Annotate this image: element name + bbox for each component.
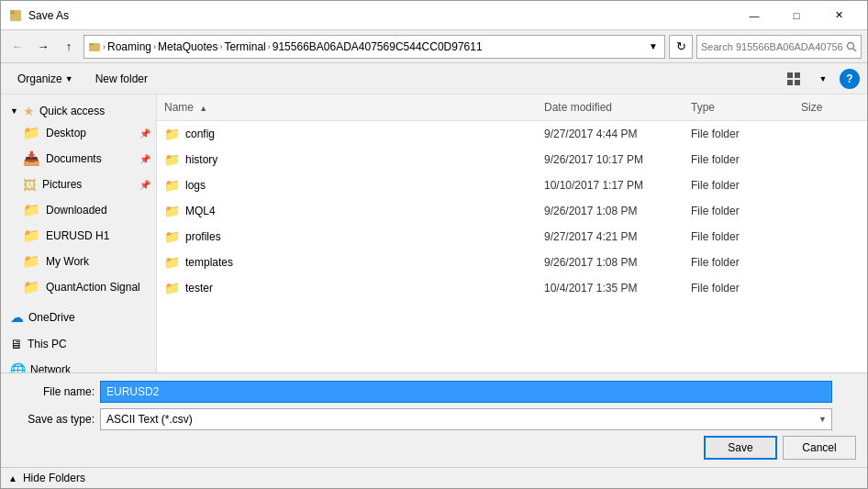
svg-rect-6 [787, 72, 793, 78]
address-segment-1: Roaming [107, 40, 151, 53]
file-date: 9/26/2017 1:08 PM [537, 205, 684, 217]
this-pc-header[interactable]: 🖥 This PC [1, 331, 156, 353]
search-input[interactable] [701, 41, 842, 52]
sidebar-item-quantaction[interactable]: 📁 QuantAction Signal [1, 274, 156, 300]
help-button[interactable]: ? [840, 69, 860, 89]
onedrive-header[interactable]: ☁ OneDrive [1, 304, 156, 328]
sidebar-item-documents[interactable]: 📥 Documents 📌 [1, 146, 156, 172]
file-name: config [185, 128, 215, 140]
pin-icon: 📌 [139, 128, 150, 139]
save-button[interactable]: Save [704, 436, 777, 460]
file-name: logs [185, 179, 206, 192]
file-name-cell: 📁 tester [157, 281, 537, 295]
filename-row: File name: [12, 381, 856, 403]
new-folder-button[interactable]: New folder [86, 67, 157, 91]
col-header-type[interactable]: Type [684, 98, 794, 117]
collapse-icon: ▼ [10, 106, 18, 116]
file-type: File folder [684, 256, 794, 269]
network-header[interactable]: 🌐 Network [1, 357, 156, 372]
file-type: File folder [684, 230, 794, 243]
col-header-name[interactable]: Name ▲ [157, 98, 537, 117]
filetype-select[interactable]: ASCII Text (*.csv) [100, 408, 832, 430]
file-name: MQL4 [185, 205, 216, 217]
file-name: profiles [185, 230, 221, 243]
sidebar-item-eurusd[interactable]: 📁 EURUSD H1 [1, 223, 156, 249]
title-bar: Save As — □ ✕ [1, 1, 867, 30]
file-name-cell: 📁 MQL4 [157, 204, 537, 218]
address-segment-0 [88, 40, 101, 53]
file-date: 9/27/2017 4:21 PM [537, 230, 684, 243]
sidebar-item-downloaded[interactable]: 📁 Downloaded [1, 197, 156, 223]
file-name-cell: 📁 templates [157, 255, 537, 270]
forward-button[interactable]: → [32, 36, 54, 58]
folder-icon: 📁 [23, 228, 40, 244]
this-pc-section: 🖥 This PC [1, 331, 156, 353]
pin-icon: 📌 [139, 180, 150, 190]
folder-icon: 📁 [23, 279, 40, 295]
file-type: File folder [684, 205, 794, 217]
view-button[interactable] [781, 67, 807, 91]
collapse-left-icon: ▲ [8, 473, 17, 483]
folder-icon: 📁 [23, 202, 40, 218]
table-row[interactable]: 📁 templates 9/26/2017 1:08 PM File folde… [157, 250, 867, 275]
cancel-button[interactable]: Cancel [783, 436, 856, 460]
sidebar-item-label: EURUSD H1 [46, 229, 109, 242]
onedrive-section: ☁ OneDrive [1, 304, 156, 328]
table-row[interactable]: 📁 config 9/27/2017 4:44 PM File folder [157, 121, 867, 147]
onedrive-label: OneDrive [28, 311, 75, 324]
sidebar-item-label: My Work [46, 255, 89, 268]
table-row[interactable]: 📁 MQL4 9/26/2017 1:08 PM File folder [157, 198, 867, 224]
refresh-button[interactable]: ↻ [669, 35, 693, 59]
sidebar-item-label: Pictures [42, 178, 82, 191]
folder-icon: 📁 [23, 125, 40, 141]
table-row[interactable]: 📁 history 9/26/2017 10:17 PM File folder [157, 147, 867, 172]
filename-input[interactable] [100, 381, 832, 403]
back-button[interactable]: ← [6, 36, 28, 58]
file-type: File folder [684, 282, 794, 295]
col-header-size[interactable]: Size [794, 98, 867, 117]
sidebar-item-label: Desktop [46, 127, 86, 139]
folder-icon: 📁 [164, 127, 180, 141]
sort-icon: ▲ [199, 104, 207, 113]
file-name-cell: 📁 profiles [157, 229, 537, 244]
up-button[interactable]: ↑ [58, 36, 80, 58]
folder-nav-icon [88, 40, 101, 53]
organize-button[interactable]: Organize ▼ [8, 67, 83, 91]
address-bar[interactable]: › Roaming › MetaQuotes › Terminal › 9155… [83, 35, 665, 59]
close-button[interactable]: ✕ [818, 2, 860, 29]
sidebar-item-my-work[interactable]: 📁 My Work [1, 249, 156, 274]
table-row[interactable]: 📁 tester 10/4/2017 1:35 PM File folder [157, 275, 867, 301]
table-row[interactable]: 📁 profiles 9/27/2017 4:21 PM File folder [157, 224, 867, 250]
file-name-cell: 📁 logs [157, 178, 537, 193]
save-as-dialog: Save As — □ ✕ ← → ↑ › Roaming › MetaQuot… [0, 0, 868, 489]
sidebar-item-label: Downloaded [46, 204, 107, 217]
filename-label: File name: [12, 385, 95, 398]
svg-rect-7 [795, 72, 800, 78]
svg-line-5 [853, 49, 856, 51]
folder-icon: 📥 [23, 150, 40, 167]
quick-access-header[interactable]: ▼ ★ Quick access [1, 98, 156, 120]
sidebar-item-desktop[interactable]: 📁 Desktop 📌 [1, 120, 156, 146]
filetype-row: Save as type: ASCII Text (*.csv) ▼ [12, 408, 856, 430]
svg-point-4 [848, 42, 854, 49]
button-row: Save Cancel [12, 436, 856, 460]
filetype-wrapper: ASCII Text (*.csv) ▼ [100, 408, 832, 430]
pin-icon: 📌 [139, 154, 150, 164]
hide-folders-bar[interactable]: ▲ Hide Folders [1, 467, 867, 488]
col-header-date[interactable]: Date modified [537, 98, 684, 117]
file-name: history [185, 153, 217, 166]
table-row[interactable]: 📁 logs 10/10/2017 1:17 PM File folder [157, 172, 867, 198]
folder-icon: 📁 [164, 178, 180, 193]
address-dropdown-button[interactable]: ▼ [646, 41, 661, 51]
minimize-button[interactable]: — [733, 2, 775, 29]
view-options-button[interactable]: ▼ [810, 67, 836, 91]
sidebar-item-pictures[interactable]: 🖼 Pictures 📌 [1, 172, 156, 197]
maximize-button[interactable]: □ [775, 2, 818, 29]
folder-icon: 📁 [164, 204, 180, 218]
dialog-icon [8, 8, 23, 23]
file-date: 10/4/2017 1:35 PM [537, 282, 684, 295]
file-list-header: Name ▲ Date modified Type Size [157, 94, 867, 121]
file-name-cell: 📁 config [157, 127, 537, 141]
search-box[interactable] [696, 35, 862, 59]
filetype-label: Save as type: [12, 413, 95, 426]
